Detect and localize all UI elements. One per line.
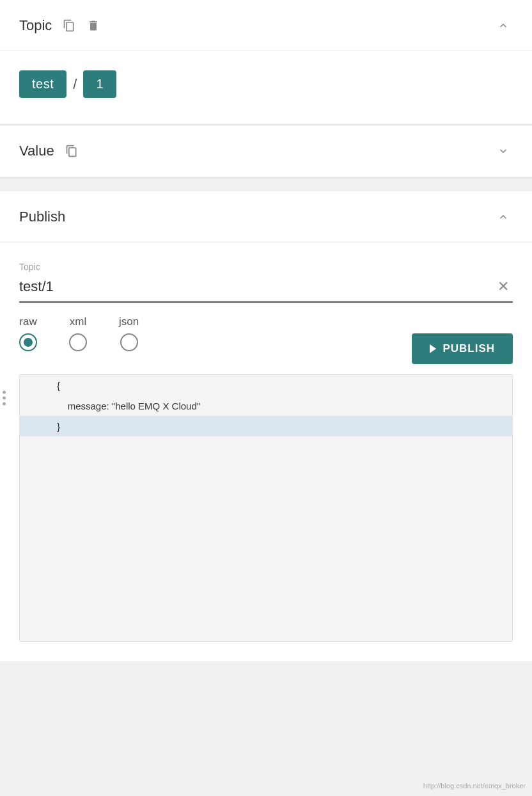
value-panel-title: Value <box>19 143 54 159</box>
topic-badge-1: 1 <box>83 70 116 98</box>
topic-panel: Topic test / 1 <box>0 0 532 123</box>
format-label-json: json <box>119 315 139 328</box>
code-line-2-content: message: "hello EMQ X Cloud" <box>52 398 205 414</box>
code-line-1-content: { <box>52 378 65 394</box>
code-line-empty-6 <box>20 539 512 559</box>
value-copy-button[interactable] <box>62 141 81 161</box>
publish-arrow-icon <box>430 344 436 353</box>
code-line-empty-8 <box>20 580 512 600</box>
code-line-1: { <box>20 375 512 395</box>
publish-button-label: PUBLISH <box>442 342 495 355</box>
publish-content: Topic test/1 ✕ raw xml <box>0 243 532 661</box>
topic-separator: / <box>73 76 77 93</box>
code-line-empty-9 <box>20 600 512 621</box>
format-label-xml: xml <box>70 315 86 328</box>
code-line-empty-5 <box>20 518 512 539</box>
publish-button[interactable]: PUBLISH <box>412 333 513 364</box>
watermark: http://blog.csdn.net/emqx_broker <box>423 782 526 790</box>
topic-panel-header: Topic <box>0 0 532 51</box>
code-line-empty-2 <box>20 457 512 477</box>
topic-collapse-button[interactable] <box>494 16 513 35</box>
format-option-xml: xml <box>69 315 87 351</box>
topic-delete-button[interactable] <box>84 16 103 35</box>
topic-copy-button[interactable] <box>59 16 79 35</box>
value-panel: Value <box>0 125 532 177</box>
publish-panel: Publish Topic test/1 ✕ raw <box>0 191 532 661</box>
controls-row: raw xml json <box>19 315 513 364</box>
left-edge-handle <box>0 386 8 411</box>
code-line-empty-4 <box>20 498 512 518</box>
code-line-2: message: "hello EMQ X Cloud" <box>20 395 512 416</box>
publish-topic-value: test/1 <box>19 278 494 295</box>
format-options: raw xml json <box>19 315 139 351</box>
value-collapse-button[interactable] <box>494 141 513 161</box>
radio-raw-inner <box>24 338 33 347</box>
publish-topic-label: Topic <box>19 262 513 272</box>
divider-2 <box>0 178 532 179</box>
code-line-3: } <box>20 416 512 436</box>
topic-panel-title: Topic <box>19 17 52 34</box>
value-panel-header: Value <box>0 125 532 177</box>
publish-panel-title: Publish <box>19 209 65 225</box>
format-option-json: json <box>119 315 139 351</box>
topic-badges-container: test / 1 <box>0 51 532 123</box>
code-line-3-content: } <box>52 418 65 434</box>
radio-xml[interactable] <box>69 333 87 351</box>
publish-topic-input-row: test/1 ✕ <box>19 277 513 303</box>
code-line-empty-3 <box>20 477 512 498</box>
publish-collapse-button[interactable] <box>494 207 513 227</box>
format-option-raw: raw <box>19 315 37 351</box>
topic-badge-test: test <box>19 70 66 98</box>
radio-raw[interactable] <box>19 333 37 351</box>
format-label-raw: raw <box>19 315 36 328</box>
publish-panel-header: Publish <box>0 191 532 243</box>
radio-json[interactable] <box>120 333 138 351</box>
code-line-empty-10 <box>20 621 512 641</box>
publish-topic-clear-button[interactable]: ✕ <box>494 277 513 296</box>
code-editor[interactable]: { message: "hello EMQ X Cloud" } <box>19 374 513 642</box>
code-line-empty-1 <box>20 436 512 457</box>
code-line-empty-7 <box>20 559 512 580</box>
